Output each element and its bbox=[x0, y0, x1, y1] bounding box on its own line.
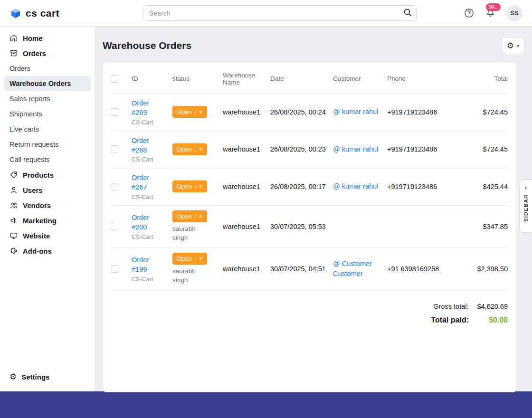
status-dropdown[interactable]: Open ▼ bbox=[172, 253, 207, 265]
row-checkbox[interactable] bbox=[111, 265, 118, 273]
order-company: CS-Cart bbox=[132, 156, 153, 163]
gross-total-line: Gross total: $4,620.69 bbox=[433, 303, 508, 310]
table-header-row: ID status Warehouse Name Date Customer P… bbox=[111, 64, 509, 94]
customer-link[interactable]: @ kumar rahul bbox=[333, 181, 378, 191]
status-dropdown[interactable]: Open ▼ bbox=[172, 180, 207, 192]
customer-phone bbox=[387, 222, 448, 231]
order-date: 30/07/2025, 05:53 bbox=[270, 218, 333, 235]
logo-text: cs cart bbox=[26, 8, 59, 19]
sidebar-item-label: Call requests bbox=[10, 156, 50, 163]
status-label: Open bbox=[177, 255, 192, 262]
totals-block: Gross total: $4,620.69 Total paid: $0.00 bbox=[111, 303, 509, 324]
top-bar: cs cart 10... SS bbox=[0, 0, 532, 27]
row-checkbox[interactable] bbox=[111, 145, 118, 153]
sidebar-item-home[interactable]: Home bbox=[4, 30, 91, 46]
column-header-phone: Phone bbox=[387, 70, 448, 87]
gear-icon: ⚙ bbox=[507, 42, 514, 50]
chevron-down-icon: ▾ bbox=[517, 43, 519, 48]
sidebar-item-call-requests[interactable]: Call requests bbox=[4, 152, 91, 167]
sidebar-item-marketing[interactable]: Marketing bbox=[4, 213, 91, 228]
column-header-customer: Customer bbox=[333, 70, 387, 87]
status-note: saurabh singh bbox=[172, 224, 207, 243]
warehouse-name: warehouse1 bbox=[223, 260, 270, 277]
chevron-left-icon: ‹ bbox=[525, 184, 527, 191]
select-all-checkbox[interactable] bbox=[111, 75, 118, 83]
caret-down-icon: ▼ bbox=[195, 184, 203, 189]
sidebar-item-label: Home bbox=[23, 34, 43, 42]
cs-cart-logo-icon bbox=[10, 7, 22, 19]
sidebar-item-return-requests[interactable]: Return requests bbox=[4, 137, 91, 152]
order-total: $724.45 bbox=[448, 141, 509, 158]
cs-cart-logo[interactable]: cs cart bbox=[10, 7, 59, 19]
sidebar-item-orders-sub[interactable]: Orders bbox=[4, 61, 91, 76]
sidebar-item-website[interactable]: Website bbox=[4, 228, 91, 243]
user-icon bbox=[10, 186, 18, 194]
sidebar-item-label: Marketing bbox=[23, 217, 57, 225]
puzzle-icon bbox=[10, 247, 18, 255]
main-content: Warehouse Orders ⚙ ▾ ID status Warehouse… bbox=[95, 27, 532, 391]
sidebar-item-label: Orders bbox=[10, 65, 30, 72]
status-note: saurabh singh bbox=[172, 266, 207, 285]
sidebar-item-label: Shipments bbox=[10, 110, 42, 118]
avatar[interactable]: SS bbox=[506, 5, 522, 21]
sidebar-item-sales-reports[interactable]: Sales reports bbox=[4, 91, 91, 106]
order-total: $724.45 bbox=[448, 104, 509, 121]
sidebar-item-products[interactable]: Products bbox=[4, 167, 91, 182]
table-row: Order #200 CS-Cart Open ▼ saurabh singh … bbox=[111, 206, 509, 248]
sidebar-item-settings[interactable]: ⚙ Settings bbox=[4, 369, 91, 385]
monitor-icon bbox=[10, 231, 18, 240]
warehouse-name: warehouse1 bbox=[223, 104, 270, 121]
sidebar-item-warehouse-orders[interactable]: Warehouse Orders bbox=[4, 76, 91, 91]
customer-link[interactable]: @ Customer Customer bbox=[333, 259, 380, 279]
sidebar-item-shipments[interactable]: Shipments bbox=[4, 106, 91, 122]
caret-down-icon: ▼ bbox=[195, 110, 203, 114]
customer-link[interactable]: @ kumar rahul bbox=[333, 144, 378, 154]
status-dropdown[interactable]: Open ▼ bbox=[172, 210, 207, 222]
order-company: CS-Cart bbox=[132, 119, 153, 126]
search-box bbox=[143, 5, 417, 21]
order-link[interactable]: Order #269 bbox=[132, 98, 161, 118]
sidebar-item-addons[interactable]: Add-ons bbox=[4, 243, 91, 258]
caret-down-icon: ▼ bbox=[195, 214, 203, 218]
sidebar-tab-label: SIDEBAR bbox=[523, 194, 529, 222]
status-label: Open bbox=[177, 146, 192, 153]
status-label: Open bbox=[177, 108, 192, 115]
sidebar-item-users[interactable]: Users bbox=[4, 182, 91, 198]
vendors-icon bbox=[10, 201, 18, 209]
search-input[interactable] bbox=[143, 5, 417, 21]
sidebar-toggle-tab[interactable]: ‹ SIDEBAR bbox=[519, 180, 532, 233]
notifications-bell-icon[interactable]: 10... bbox=[485, 8, 496, 19]
gear-icon: ⚙ bbox=[10, 373, 17, 381]
status-dropdown[interactable]: Open ▼ bbox=[172, 106, 207, 118]
search-icon[interactable] bbox=[402, 7, 413, 18]
sidebar-item-vendors[interactable]: Vendors bbox=[4, 198, 91, 213]
megaphone-icon bbox=[10, 216, 18, 225]
row-checkbox[interactable] bbox=[111, 108, 118, 116]
page-settings-dropdown[interactable]: ⚙ ▾ bbox=[502, 37, 524, 54]
order-link[interactable]: Order #267 bbox=[132, 173, 161, 192]
orders-table-card: ID status Warehouse Name Date Customer P… bbox=[103, 62, 517, 392]
total-paid-line: Total paid: $0.00 bbox=[431, 316, 508, 324]
sidebar: Home Orders Orders Warehouse Orders Sale… bbox=[0, 27, 95, 391]
row-checkbox[interactable] bbox=[111, 223, 118, 230]
customer-link[interactable]: @ kumar rahul bbox=[333, 107, 378, 117]
warehouse-name: warehouse1 bbox=[223, 218, 270, 235]
sidebar-item-live-carts[interactable]: Live carts bbox=[4, 122, 91, 137]
sidebar-item-label: Website bbox=[23, 232, 50, 240]
column-header-id: ID bbox=[132, 70, 172, 87]
column-header-warehouse: Warehouse Name bbox=[223, 67, 270, 91]
status-dropdown[interactable]: Open ▼ bbox=[172, 143, 207, 155]
gross-total-value: $4,620.69 bbox=[477, 303, 508, 310]
sidebar-item-label: Vendors bbox=[23, 201, 51, 209]
order-link[interactable]: Order #268 bbox=[132, 136, 161, 155]
help-icon[interactable] bbox=[464, 8, 475, 19]
sidebar-item-orders[interactable]: Orders bbox=[4, 46, 91, 61]
status-label: Open bbox=[177, 183, 192, 190]
caret-down-icon: ▼ bbox=[195, 147, 203, 152]
column-header-status: status bbox=[172, 70, 223, 87]
order-link[interactable]: Order #200 bbox=[132, 213, 161, 232]
order-link[interactable]: Order #199 bbox=[132, 255, 161, 275]
order-date: 30/07/2025, 04:51 bbox=[270, 260, 333, 277]
table-row: Order #199 CS-Cart Open ▼ saurabh singh … bbox=[111, 248, 509, 290]
row-checkbox[interactable] bbox=[111, 183, 118, 190]
